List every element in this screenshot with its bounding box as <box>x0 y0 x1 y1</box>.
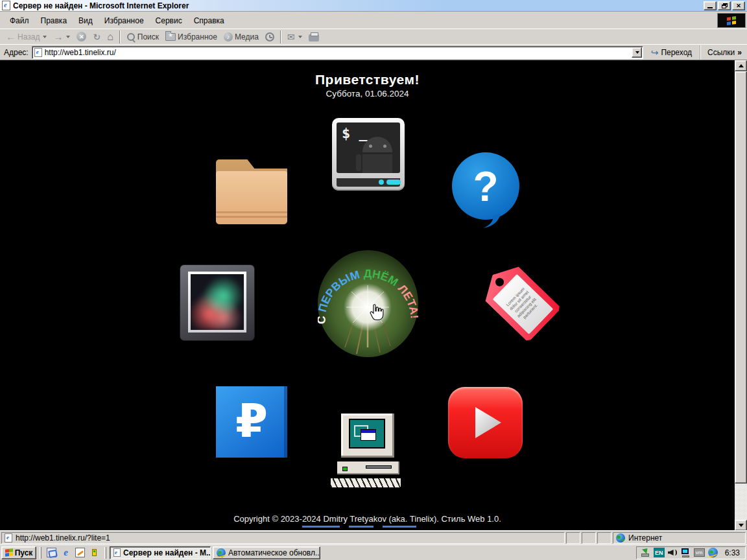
copyright-text: Copyright © 2023-2024 Dmitry Tretyakov (… <box>0 514 735 524</box>
chevron-right-icon[interactable]: » <box>737 48 742 57</box>
retro-computer-icon[interactable] <box>329 411 409 495</box>
windows-update-icon <box>217 548 226 557</box>
edit-document-icon[interactable] <box>75 548 85 557</box>
mail-dropdown-icon[interactable] <box>298 36 302 38</box>
menu-file[interactable]: Файл <box>4 15 35 27</box>
price-tag-text: Lorem ipsum dolor sit amet consectetur a… <box>503 284 543 325</box>
forward-icon: → <box>53 32 63 41</box>
internet-zone-icon <box>616 533 625 542</box>
triangle-up-icon <box>739 64 744 67</box>
price-tag-icon[interactable]: Lorem ipsum dolor sit amet consectetur a… <box>478 260 559 344</box>
status-pane-empty <box>597 532 611 544</box>
mail-button[interactable]: ✉ <box>284 30 305 43</box>
zone-label: Интернет <box>628 533 662 542</box>
menu-bar: Файл Правка Вид Избранное Сервис Справка <box>0 12 747 29</box>
folder-icon[interactable] <box>216 154 287 226</box>
menu-help[interactable]: Справка <box>188 15 230 27</box>
dandelion-text-1: С <box>318 312 328 325</box>
chevron-down-icon <box>635 51 639 54</box>
ie-throbber <box>717 13 746 28</box>
titlebar: Сервер не найден - Microsoft Internet Ex… <box>0 0 747 12</box>
status-pane-empty <box>566 532 580 544</box>
stop-button[interactable]: ✕ <box>73 30 89 43</box>
stop-icon: ✕ <box>77 32 86 41</box>
status-pane-empty <box>582 532 596 544</box>
start-button[interactable]: Пуск <box>1 546 36 559</box>
page-icon <box>5 533 12 542</box>
vertical-scrollbar[interactable] <box>735 60 747 531</box>
media-icon: ♪ <box>224 32 233 41</box>
refresh-icon: ↻ <box>93 32 101 41</box>
menu-tools[interactable]: Сервис <box>150 15 188 27</box>
question-bubble-icon[interactable]: ? <box>451 152 521 228</box>
forward-button[interactable]: → <box>50 30 73 43</box>
media-button[interactable]: ♪ Медиа <box>220 30 262 43</box>
quick-launch: e <box>45 548 101 557</box>
volume-icon[interactable] <box>668 548 678 557</box>
network-icon[interactable] <box>681 548 691 557</box>
android-robot-icon <box>356 137 396 173</box>
task-button-update[interactable]: Автоматическое обновл... <box>213 546 320 559</box>
taskbar-grip[interactable] <box>104 547 106 559</box>
play-icon <box>475 407 501 438</box>
minimize-icon <box>707 7 713 8</box>
refresh-button[interactable]: ↻ <box>89 30 104 43</box>
safely-remove-icon[interactable] <box>641 548 650 557</box>
home-icon: ⌂ <box>107 32 113 42</box>
restore-button[interactable] <box>718 1 731 10</box>
search-icon <box>126 32 136 41</box>
ruble-icon[interactable]: ₽ <box>216 386 287 458</box>
favorites-icon <box>165 33 176 41</box>
webpage: Приветствуем! Суббота, 01.06.2024 $ _ <box>0 60 735 531</box>
mail-icon: ✉ <box>287 32 295 41</box>
minimize-button[interactable] <box>704 1 717 10</box>
vmware-tools-icon[interactable]: vm <box>694 548 705 557</box>
taskbar-grip[interactable] <box>40 547 42 559</box>
photo-gallery-icon[interactable] <box>180 264 255 341</box>
update-tray-icon[interactable] <box>708 548 718 557</box>
scroll-down-button[interactable] <box>735 520 747 531</box>
status-url-pane: http://web1.tinelix.ru/?lite=1 <box>1 532 565 544</box>
taskbar-clock[interactable]: 6:33 <box>725 548 740 557</box>
address-bar: Адрес: http://web1.tinelix.ru/ ↪ Переход… <box>0 44 747 60</box>
links-band[interactable]: Ссылки » <box>700 45 746 60</box>
language-indicator[interactable]: EN <box>654 548 665 557</box>
scroll-up-button[interactable] <box>735 60 747 71</box>
show-desktop-icon[interactable] <box>47 548 56 557</box>
toolbar-separator <box>280 30 281 43</box>
task-button-browser[interactable]: Сервер не найден - M... <box>110 546 211 559</box>
ie-page-icon <box>113 548 121 557</box>
status-zone-pane: Интернет <box>613 532 746 544</box>
android-terminal-icon[interactable]: $ _ <box>332 118 405 191</box>
menu-view[interactable]: Вид <box>73 15 99 27</box>
close-button[interactable]: ✕ <box>732 1 745 10</box>
history-icon <box>265 32 274 41</box>
back-button[interactable]: ← Назад <box>3 30 50 43</box>
address-input[interactable]: http://web1.tinelix.ru/ <box>32 46 643 59</box>
address-url[interactable]: http://web1.tinelix.ru/ <box>45 48 116 57</box>
page-title: Приветствуем! <box>0 72 735 88</box>
taskbar: Пуск e Сервер не найден - M... Автоматич… <box>0 544 747 560</box>
desktop-screen: Сервер не найден - Microsoft Internet Ex… <box>0 0 747 560</box>
menu-edit[interactable]: Правка <box>35 15 73 27</box>
internet-explorer-icon[interactable]: e <box>61 548 71 557</box>
status-bar: http://web1.tinelix.ru/?lite=1 Интернет <box>0 530 747 544</box>
hand-cursor-icon <box>368 304 384 323</box>
history-button[interactable] <box>262 30 278 43</box>
print-button[interactable] <box>305 30 322 43</box>
toolbar-separator <box>119 30 121 43</box>
ruble-sign: ₽ <box>235 393 268 448</box>
go-button[interactable]: ↪ Переход <box>646 45 697 60</box>
menu-favorites[interactable]: Избранное <box>99 15 150 27</box>
youtube-icon[interactable] <box>448 387 523 458</box>
forward-dropdown-icon[interactable] <box>66 36 70 38</box>
home-button[interactable]: ⌂ <box>104 30 117 43</box>
back-dropdown-icon[interactable] <box>43 36 47 38</box>
window-title: Сервер не найден - Microsoft Internet Ex… <box>13 1 189 10</box>
yellow-robot-icon[interactable] <box>89 548 99 557</box>
print-icon <box>309 34 319 41</box>
scrollbar-thumb[interactable] <box>735 71 747 484</box>
address-dropdown-button[interactable] <box>632 47 642 58</box>
search-button[interactable]: Поиск <box>123 30 162 43</box>
favorites-button[interactable]: Избранное <box>162 30 220 43</box>
